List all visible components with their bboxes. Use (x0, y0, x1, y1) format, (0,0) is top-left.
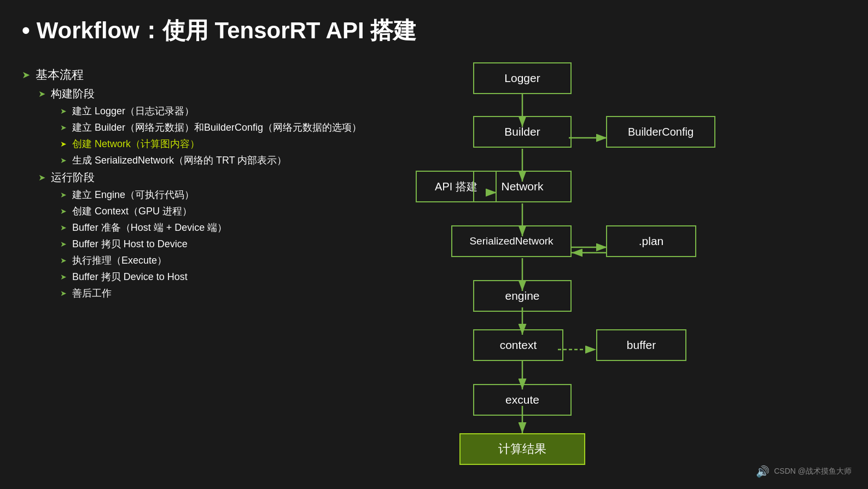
node-builderconfig: BuilderConfig (606, 116, 715, 148)
item-buffer-prep-text: Buffer 准备（Host 端 + Device 端） (72, 221, 227, 234)
arrow-icon-11: ➤ (60, 240, 67, 248)
section-build-phase: ➤ 构建阶段 (38, 86, 394, 101)
item-context-text: 创建 Context（GPU 进程） (72, 205, 192, 218)
section-run-label: 运行阶段 (51, 170, 95, 185)
item-builder-text: 建立 Builder（网络元数据）和BuilderConfig（网络元数据的选项… (72, 121, 362, 134)
title-bullet: • (22, 18, 30, 44)
arrow-icon-3: ➤ (60, 107, 67, 115)
node-logger: Logger (473, 62, 572, 94)
arrow-icon-8: ➤ (60, 190, 67, 199)
arrow-icon-5: ➤ (60, 139, 67, 148)
speaker-icon: 🔊 (756, 465, 770, 478)
content-area: ➤ 基本流程 ➤ 构建阶段 ➤ 建立 Logger（日志记录器） ➤ 建立 Bu… (0, 57, 868, 467)
item-buffer-d2h: ➤ Buffer 拷贝 Device to Host (60, 270, 394, 283)
section-basic-flow-label: 基本流程 (36, 67, 84, 83)
arrow-icon-9: ➤ (60, 207, 67, 216)
item-buffer-d2h-text: Buffer 拷贝 Device to Host (72, 270, 188, 283)
item-serialized-text: 生成 SerializedNetwork（网络的 TRT 内部表示） (72, 154, 287, 167)
item-buffer-h2d: ➤ Buffer 拷贝 Host to Device (60, 237, 394, 251)
item-cleanup-text: 善后工作 (72, 287, 112, 300)
right-panel: Logger Builder BuilderConfig API 搭建 Netw… (416, 57, 846, 467)
item-network: ➤ 创建 Network（计算图内容） (60, 137, 394, 150)
title-text: Workflow：使用 TensorRT API 搭建 (37, 15, 417, 46)
arrow-icon: ➤ (22, 69, 30, 81)
watermark-text: CSDN @战术摸鱼大师 (774, 467, 852, 476)
node-plan: .plan (606, 225, 696, 257)
section-build-label: 构建阶段 (51, 86, 95, 101)
item-logger: ➤ 建立 Logger（日志记录器） (60, 104, 394, 118)
item-cleanup: ➤ 善后工作 (60, 287, 394, 300)
node-result: 计算结果 (459, 433, 585, 465)
node-builder: Builder (473, 116, 572, 148)
item-serialized: ➤ 生成 SerializedNetwork（网络的 TRT 内部表示） (60, 154, 394, 167)
item-context: ➤ 创建 Context（GPU 进程） (60, 205, 394, 218)
node-network: Network (473, 171, 572, 202)
item-engine: ➤ 建立 Engine（可执行代码） (60, 188, 394, 201)
arrow-icon-13: ➤ (60, 272, 67, 281)
left-panel: ➤ 基本流程 ➤ 构建阶段 ➤ 建立 Logger（日志记录器） ➤ 建立 Bu… (22, 57, 394, 467)
main-title: • Workflow：使用 TensorRT API 搭建 (0, 0, 868, 57)
item-execute: ➤ 执行推理（Execute） (60, 254, 394, 267)
item-logger-text: 建立 Logger（日志记录器） (72, 104, 194, 118)
item-execute-text: 执行推理（Execute） (72, 254, 167, 267)
arrow-icon-14: ➤ (60, 289, 67, 298)
arrow-icon-4: ➤ (60, 123, 67, 132)
node-excute: excute (473, 384, 572, 416)
node-serialized: SerializedNetwork (451, 225, 572, 257)
arrow-icon-12: ➤ (60, 256, 67, 265)
item-engine-text: 建立 Engine（可执行代码） (72, 188, 194, 201)
arrow-icon-2: ➤ (38, 89, 45, 99)
node-context: context (473, 329, 563, 361)
item-network-text: 创建 Network（计算图内容） (72, 137, 200, 150)
watermark: 🔊 CSDN @战术摸鱼大师 (756, 465, 852, 478)
arrow-icon-6: ➤ (60, 156, 67, 165)
item-buffer-prep: ➤ Buffer 准备（Host 端 + Device 端） (60, 221, 394, 234)
item-buffer-h2d-text: Buffer 拷贝 Host to Device (72, 237, 188, 251)
arrow-icon-10: ➤ (60, 223, 67, 232)
section-run-phase: ➤ 运行阶段 (38, 170, 394, 185)
section-basic-flow: ➤ 基本流程 (22, 67, 394, 83)
node-engine: engine (473, 280, 572, 312)
item-builder: ➤ 建立 Builder（网络元数据）和BuilderConfig（网络元数据的… (60, 121, 394, 134)
node-buffer: buffer (596, 329, 686, 361)
flowchart: Logger Builder BuilderConfig API 搭建 Netw… (416, 51, 733, 467)
arrow-icon-7: ➤ (38, 172, 45, 183)
